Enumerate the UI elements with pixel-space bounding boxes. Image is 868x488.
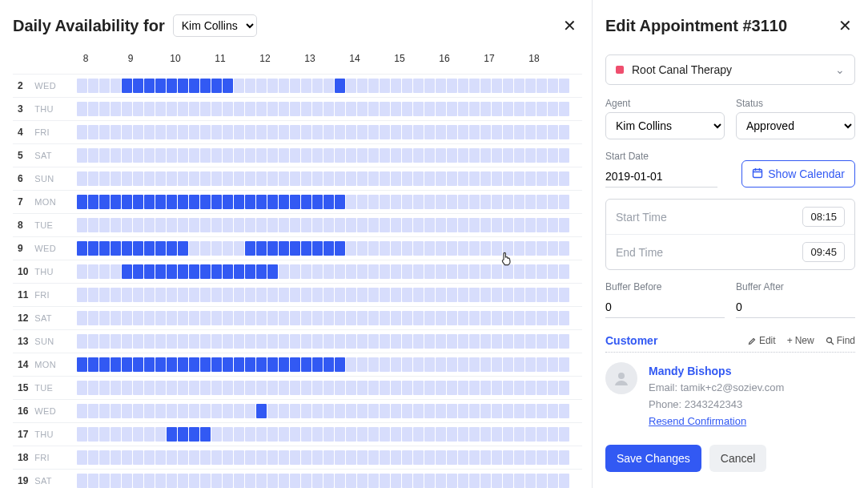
availability-cell[interactable] [312,241,323,256]
availability-cell[interactable] [301,311,311,325]
availability-cell[interactable] [368,474,379,488]
availability-cell[interactable] [312,427,323,442]
availability-cell[interactable] [447,311,457,325]
availability-cell[interactable] [99,79,110,93]
availability-cell[interactable] [223,474,233,488]
availability-cell[interactable] [111,79,121,93]
availability-cell[interactable] [312,125,323,139]
availability-cell[interactable] [267,79,278,93]
availability-cell[interactable] [402,148,412,163]
availability-cell[interactable] [167,218,177,232]
availability-cell[interactable] [335,357,345,372]
availability-cell[interactable] [492,102,502,116]
availability-cell[interactable] [323,474,334,488]
availability-cell[interactable] [469,171,480,186]
availability-cell[interactable] [211,102,222,116]
availability-cell[interactable] [447,474,457,488]
availability-cell[interactable] [525,195,536,209]
availability-cell[interactable] [424,171,435,186]
availability-cell[interactable] [380,427,390,442]
availability-cell[interactable] [413,125,424,139]
availability-cell[interactable] [211,241,222,256]
availability-cell[interactable] [279,79,289,93]
availability-cell[interactable] [436,288,446,302]
availability-cell[interactable] [144,79,155,93]
availability-cell[interactable] [77,218,87,232]
availability-cell[interactable] [402,450,412,465]
availability-cell[interactable] [122,404,132,418]
availability-cell[interactable] [346,288,356,302]
availability-cell[interactable] [167,171,177,186]
availability-cell[interactable] [413,148,424,163]
availability-cell[interactable] [391,381,401,395]
availability-cell[interactable] [312,171,323,186]
availability-cell[interactable] [211,218,222,232]
availability-cell[interactable] [312,148,323,163]
availability-cell[interactable] [346,381,356,395]
availability-cell[interactable] [402,218,412,232]
availability-cell[interactable] [99,264,110,279]
availability-cell[interactable] [503,311,513,325]
availability-cell[interactable] [503,427,513,442]
availability-cell[interactable] [402,79,412,93]
availability-cell[interactable] [245,474,255,488]
availability-cell[interactable] [144,427,155,442]
availability-cell[interactable] [323,79,334,93]
availability-cell[interactable] [155,79,166,93]
availability-cell[interactable] [548,311,558,325]
availability-cell[interactable] [256,357,267,372]
availability-cell[interactable] [480,241,491,256]
availability-cell[interactable] [223,102,233,116]
availability-cell[interactable] [167,381,177,395]
availability-cell[interactable] [346,334,356,349]
cancel-button[interactable]: Cancel [709,445,767,472]
availability-cell[interactable] [380,148,390,163]
availability-cell[interactable] [301,264,311,279]
availability-cell[interactable] [301,241,311,256]
availability-cell[interactable] [536,474,547,488]
availability-cell[interactable] [536,241,547,256]
availability-cell[interactable] [503,125,513,139]
availability-cell[interactable] [267,288,278,302]
availability-cell[interactable] [559,148,569,163]
availability-cell[interactable] [279,311,289,325]
availability-cell[interactable] [279,450,289,465]
availability-cell[interactable] [447,171,457,186]
availability-cell[interactable] [323,125,334,139]
availability-cell[interactable] [323,218,334,232]
availability-cell[interactable] [245,381,255,395]
availability-cell[interactable] [335,311,345,325]
availability-cell[interactable] [368,171,379,186]
availability-cell[interactable] [525,381,536,395]
availability-cell[interactable] [424,79,435,93]
availability-cell[interactable] [267,171,278,186]
availability-cell[interactable] [256,264,267,279]
availability-cell[interactable] [279,171,289,186]
availability-cell[interactable] [458,357,468,372]
availability-cell[interactable] [267,241,278,256]
availability-cell[interactable] [111,334,121,349]
availability-cell[interactable] [402,357,412,372]
availability-cell[interactable] [290,404,300,418]
availability-cell[interactable] [122,381,132,395]
availability-cell[interactable] [144,125,155,139]
availability-cell[interactable] [436,79,446,93]
availability-cell[interactable] [447,381,457,395]
availability-cell[interactable] [111,171,121,186]
availability-cell[interactable] [200,171,211,186]
availability-cell[interactable] [514,102,524,116]
availability-cell[interactable] [346,102,356,116]
availability-cell[interactable] [144,218,155,232]
availability-cell[interactable] [99,218,110,232]
availability-cell[interactable] [380,102,390,116]
availability-cell[interactable] [155,264,166,279]
availability-cell[interactable] [99,450,110,465]
availability-cell[interactable] [424,381,435,395]
availability-cell[interactable] [290,241,300,256]
availability-cell[interactable] [492,241,502,256]
availability-cell[interactable] [436,171,446,186]
availability-cell[interactable] [189,171,199,186]
availability-cell[interactable] [312,195,323,209]
availability-cell[interactable] [122,125,132,139]
availability-cell[interactable] [99,288,110,302]
